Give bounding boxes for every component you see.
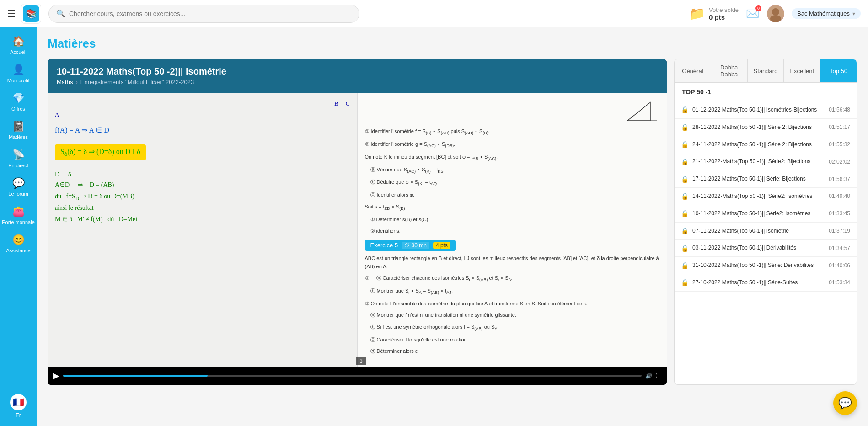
tabs-row: GénéralDabba DabbaStandardExcellentTop 5…: [675, 59, 857, 83]
user-class-label: Bac Mathématiques: [797, 10, 850, 17]
hw-line-6: M ∈ δ M' ≠ f(M) dù D=Mei: [55, 215, 350, 223]
lock-icon: 🔒: [681, 245, 689, 252]
sidebar-item-label: Offres: [11, 106, 25, 112]
notif-badge: 0: [755, 5, 761, 11]
diamond-icon: 💎: [12, 92, 25, 104]
playlist-item[interactable]: 🔒 01-12-2022 Maths(Top 50-1)|| Isométrie…: [675, 101, 857, 119]
sidebar-item-label: Mon profil: [7, 78, 29, 83]
exercise-timer: ⏱ 30 mn: [402, 242, 429, 249]
smiley-icon: 😊: [12, 234, 25, 246]
playlist-item[interactable]: 🔒 10-11-2022 Maths(Top 50-1)|| Série2: I…: [675, 205, 857, 223]
video-section: 10-11-2022 Maths(Top 50 -2)|| Isométrie …: [48, 59, 667, 385]
playlist-item[interactable]: 🔒 27-10-2022 Maths(Top 50 -1)|| Série-Su…: [675, 274, 857, 292]
q-sub-d: ① Déterminer s(B) et s(C).: [370, 216, 660, 224]
user-info-button[interactable]: Bac Mathématiques ▾: [792, 8, 861, 19]
notifications-button[interactable]: ✉️ 0: [746, 7, 760, 20]
search-icon: 🔍: [56, 9, 65, 18]
tab-excellent[interactable]: Excellent: [784, 59, 820, 82]
sidebar-item-accueil[interactable]: 🏠 Accueil: [0, 31, 37, 59]
navbar-right: 📁 Votre solde 0 pts ✉️ 0 Bac Mathématiqu…: [689, 5, 861, 22]
e5-q1: ① ⓐ Caractériser chacune des isométries …: [365, 274, 660, 283]
fullscreen-icon[interactable]: ⛶: [656, 373, 661, 379]
lock-icon: 🔒: [681, 279, 689, 286]
q-sub-e: ② identifier s.: [370, 227, 660, 235]
whiteboard-left: B C A f(A) = A ⇒ A ∈ D Sδ(δ) = δ ⇒ (D=δ)…: [48, 93, 357, 367]
breadcrumb-maths-link[interactable]: Maths: [57, 79, 73, 85]
video-content: B C A f(A) = A ⇒ A ∈ D Sδ(δ) = δ ⇒ (D=δ)…: [48, 93, 667, 367]
hw-line-1: f(A) = A ⇒ A ∈ D: [55, 126, 350, 134]
item-title: 10-11-2022 Maths(Top 50-1)|| Série2: Iso…: [692, 210, 825, 218]
item-duration: 01:51:17: [829, 124, 850, 130]
item-duration: 01:56:48: [829, 106, 850, 113]
volume-icon[interactable]: 🔊: [645, 373, 652, 379]
e5-q2: ⓑ Montrer que Si ∘ SA = S(AB) ∘ tAJ.: [365, 287, 660, 296]
svg-point-3: [772, 8, 779, 16]
playlist-item[interactable]: 🔒 28-11-2022 Maths(Top 50 -1)|| Série 2:…: [675, 119, 857, 136]
e5-q3: ② On note f l'ensemble des isométrie du …: [365, 300, 660, 308]
playlist-item[interactable]: 🔒 21-11-2022-Maths(Top 50 -1)|| Série2: …: [675, 153, 857, 170]
item-title: 21-11-2022-Maths(Top 50 -1)|| Série2: Bi…: [692, 158, 825, 165]
content-wrapper: 10-11-2022 Maths(Top 50 -2)|| Isométrie …: [48, 59, 857, 385]
play-button[interactable]: ▶: [53, 371, 59, 381]
lock-icon: 🔒: [681, 192, 689, 200]
e5-q3b: ⓑ Si f est une symétrie orthogonale alor…: [365, 323, 660, 332]
q-sub-a: ⓐ Vérifier que S(AC) ∘ S(K) = tKS: [370, 166, 660, 175]
right-panel: GénéralDabba DabbaStandardExcellentTop 5…: [674, 59, 857, 385]
user-avatar[interactable]: [767, 5, 784, 22]
playlist-item[interactable]: 🔒 07-11-2022 Maths(Top 50-1)|| Isométrie…: [675, 223, 857, 240]
sidebar-item-assistance[interactable]: 😊 Assistance: [0, 229, 37, 258]
hw-line-3: A∈D ⇒ D = (AB): [55, 181, 350, 189]
lock-icon: 🔒: [681, 210, 689, 217]
exercise5-text: ABC est un triangle rectangle en B et di…: [365, 255, 660, 271]
video-title: 10-11-2022 Maths(Top 50 -2)|| Isométrie: [57, 66, 658, 77]
item-title: 01-12-2022 Maths(Top 50-1)|| Isométries-…: [692, 106, 825, 114]
search-input[interactable]: [69, 10, 352, 17]
svg-marker-5: [627, 102, 650, 121]
item-title: 28-11-2022 Maths(Top 50 -1)|| Série 2: B…: [692, 123, 825, 131]
search-bar: 🔍: [48, 5, 359, 23]
hw-highlight: Sδ(δ) = δ ⇒ (D=δ) ou D⊥δ: [55, 144, 146, 160]
video-header: 10-11-2022 Maths(Top 50 -2)|| Isométrie …: [48, 59, 667, 93]
playlist-header: TOP 50 -1: [675, 83, 857, 101]
sidebar-item-profil[interactable]: 👤 Mon profil: [0, 59, 37, 88]
item-title: 31-10-2022 Maths(Top 50 -1)|| Série: Dér…: [692, 261, 825, 269]
purse-icon: 👛: [12, 206, 25, 218]
tab-dabba[interactable]: Dabba Dabba: [711, 59, 748, 82]
tab-standard[interactable]: Standard: [748, 59, 784, 82]
playlist-item[interactable]: 🔒 14-11-2022-Maths(Top 50 -1)|| Série2: …: [675, 188, 857, 205]
playlist-item[interactable]: 🔒 03-11-2022 Maths(Top 50-1)|| Dérivabil…: [675, 240, 857, 257]
lock-icon: 🔒: [681, 141, 689, 148]
sidebar-item-offres[interactable]: 💎 Offres: [0, 88, 37, 116]
breadcrumb: Maths › Enregistrements "Milloul Lili5er…: [57, 79, 658, 85]
sidebar-item-portefeuille[interactable]: 👛 Porte monnaie: [0, 201, 37, 229]
logo: 📚: [21, 4, 41, 24]
item-duration: 01:40:06: [829, 262, 850, 269]
user-icon: 👤: [12, 64, 25, 76]
exercise-label: Exercice 5: [370, 242, 398, 249]
sidebar-item-label: En direct: [8, 163, 28, 168]
playlist-item[interactable]: 🔒 24-11-2022 Maths(Top 50 -1)|| Série 2:…: [675, 136, 857, 154]
item-duration: 01:53:34: [829, 279, 850, 286]
progress-bar[interactable]: [63, 375, 642, 377]
sidebar-item-matieres[interactable]: 📓 Matières: [0, 116, 37, 144]
playlist-item[interactable]: 🔒 17-11-2022 Maths(Top 50-1)|| Série: Bi…: [675, 170, 857, 188]
item-title: 27-10-2022 Maths(Top 50 -1)|| Série-Suit…: [692, 279, 825, 287]
lock-icon: 🔒: [681, 262, 689, 269]
playlist-item[interactable]: 🔒 31-10-2022 Maths(Top 50 -1)|| Série: D…: [675, 257, 857, 274]
tab-top50[interactable]: Top 50: [820, 59, 857, 82]
breadcrumb-separator: ›: [75, 79, 77, 85]
sidebar-item-direct[interactable]: 📡 En direct: [0, 144, 37, 173]
tab-general[interactable]: Général: [675, 59, 711, 82]
sidebar-item-label: Le forum: [8, 191, 28, 197]
q-sub-b: ⓑ Déduire que φ ∘ S(K) = tAQ: [370, 178, 660, 187]
item-duration: 01:33:45: [829, 210, 850, 217]
e5-q3c: ⓒ Caractériser f lorsqu'elle est une rot…: [365, 336, 660, 344]
exercise-question-3: On note K le milieu du segment [BC] et s…: [365, 153, 660, 162]
hamburger-icon[interactable]: ☰: [7, 8, 16, 19]
item-duration: 01:49:40: [829, 193, 850, 199]
sidebar-item-forum[interactable]: 💬 Le forum: [0, 173, 37, 201]
exercise-header: Exercice 5 ⏱ 30 mn 4 pts: [365, 240, 456, 251]
exercise-question-4: Soit s = tZD ∘ S(B).: [365, 203, 660, 212]
lock-icon: 🔒: [681, 106, 689, 113]
sidebar-item-label: Porte monnaie: [2, 219, 35, 225]
